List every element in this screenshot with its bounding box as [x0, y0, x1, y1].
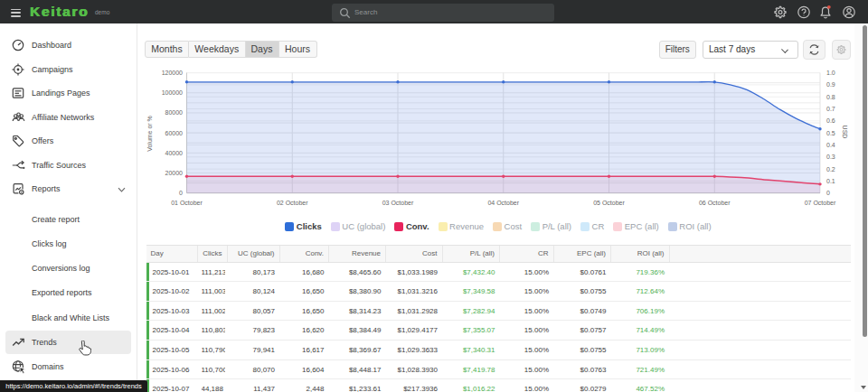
- svg-text:04 October: 04 October: [487, 200, 519, 206]
- svg-text:0.5: 0.5: [826, 130, 835, 136]
- svg-text:60000: 60000: [165, 130, 184, 136]
- svg-text:0.8: 0.8: [826, 94, 835, 100]
- svg-text:0.3: 0.3: [826, 154, 835, 160]
- svg-text:40000: 40000: [165, 150, 184, 156]
- svg-text:0.2: 0.2: [826, 166, 835, 173]
- svg-text:80000: 80000: [165, 109, 184, 116]
- svg-text:06 October: 06 October: [699, 200, 731, 206]
- svg-text:0.1: 0.1: [826, 178, 835, 184]
- svg-text:07 October: 07 October: [805, 200, 836, 206]
- svg-text:0: 0: [826, 190, 830, 196]
- svg-text:120000: 120000: [162, 70, 183, 76]
- svg-text:USD: USD: [842, 126, 848, 139]
- svg-text:01 October: 01 October: [171, 200, 203, 206]
- svg-text:0: 0: [179, 190, 183, 196]
- svg-text:0.6: 0.6: [826, 117, 835, 124]
- svg-text:0.9: 0.9: [826, 81, 835, 88]
- svg-text:20000: 20000: [165, 170, 184, 176]
- svg-text:0.7: 0.7: [826, 106, 835, 112]
- svg-text:100000: 100000: [162, 89, 183, 96]
- svg-text:1.0: 1.0: [826, 70, 835, 76]
- svg-text:03 October: 03 October: [382, 200, 414, 206]
- svg-text:05 October: 05 October: [593, 200, 625, 206]
- svg-text:02 October: 02 October: [277, 200, 308, 206]
- svg-text:Volume or %: Volume or %: [146, 116, 153, 152]
- svg-text:0.4: 0.4: [826, 142, 835, 148]
